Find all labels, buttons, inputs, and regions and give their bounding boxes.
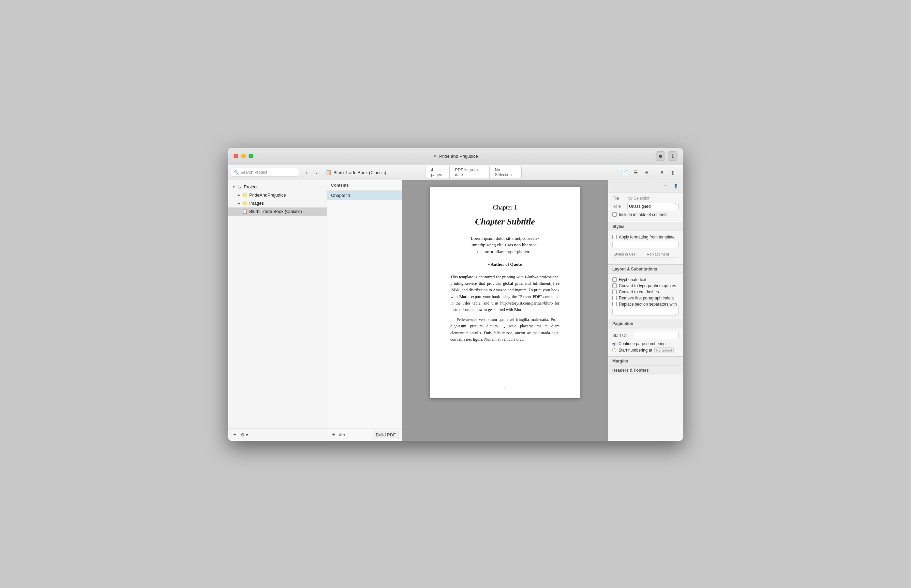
expand-icon-pride: ▶	[236, 192, 242, 198]
minimize-button[interactable]	[241, 153, 246, 158]
status-bar: 4 pages PDF is up-to-date No Selection	[425, 166, 521, 179]
tree-label-pride: PrideAndPrejudice	[249, 192, 286, 197]
chapter-title: Chapter 1	[451, 204, 559, 211]
quote-text: Lorem ipsum dolor sit amet, consecte-tur…	[451, 235, 559, 255]
typo-quotes-label: Convert to typographers quotes	[619, 283, 676, 288]
camera-button[interactable]: ⏺	[656, 151, 665, 161]
info-button[interactable]: ℹ	[668, 151, 678, 161]
pagination-section-header[interactable]: Pagination	[608, 319, 683, 328]
start-on-stepper[interactable]: ⌃⌄	[634, 332, 679, 339]
search-box[interactable]: 🔍 Search Project	[231, 168, 299, 177]
tree-item-blurb[interactable]: 📋 Blurb Trade Book (Classic)	[228, 207, 327, 216]
include-toc-checkbox[interactable]	[612, 212, 617, 216]
styles-in-use-header: Styles in Use	[612, 251, 645, 258]
body-paragraph-1: This template is optimized for printing …	[451, 274, 559, 313]
inspector-doc-button[interactable]: ≡	[657, 168, 666, 177]
inspector-doc-icon[interactable]: ≡	[661, 182, 670, 191]
sidebar: ▾ 🗂 Project ▶ 📁 PrideAndPrejudice ▶ 📁 Im…	[228, 180, 327, 441]
doc-icon-blurb: 📋	[242, 208, 248, 215]
inspector-format-icon[interactable]: ¶	[671, 182, 680, 191]
titlebar: ✦ Pride and Prejudice ⏺ ℹ	[228, 147, 683, 165]
include-toc-label: Include in table of contents	[619, 212, 668, 217]
grid-view-button[interactable]: ⊞	[642, 168, 651, 177]
no-select-mini: No Select	[654, 347, 674, 353]
contents-item-chapter1[interactable]: Chapter 1	[327, 191, 402, 200]
role-label: Role	[612, 204, 625, 209]
main-content: ▾ 🗂 Project ▶ 📁 PrideAndPrejudice ▶ 📁 Im…	[228, 180, 683, 441]
headers-footers-section-header[interactable]: Headers & Footers	[608, 366, 683, 375]
list-view-button[interactable]: ☰	[631, 168, 640, 177]
role-dropdown-arrow: ⌃⌄	[674, 203, 677, 210]
expand-icon-project: ▾	[231, 184, 236, 190]
contents-footer-left: + ⚙ ▾	[330, 431, 346, 439]
tree-item-project[interactable]: ▾ 🗂 Project	[228, 183, 327, 191]
section-sep-row: Replace section separators with	[612, 302, 679, 307]
styles-dropdown[interactable]: ⌃⌄	[612, 241, 679, 248]
tree-item-images[interactable]: ▶ 📁 Images	[228, 199, 327, 207]
start-numbering-label: Start numbering at	[618, 348, 652, 352]
role-select[interactable]: Unassigned ⌃⌄	[627, 203, 679, 210]
toolbar-divider	[654, 168, 654, 177]
document-page: Chapter 1 Chapter Subtitle Lorem ipsum d…	[430, 187, 580, 398]
nav-forward-button[interactable]: ›	[312, 168, 321, 177]
styles-row-2	[612, 259, 679, 261]
window-title: ✦ Pride and Prejudice	[433, 153, 478, 159]
project-tree: ▾ 🗂 Project ▶ 📁 PrideAndPrejudice ▶ 📁 Im…	[228, 180, 327, 428]
contents-header: Contents	[327, 180, 402, 191]
apply-template-row: Apply formatting from template	[612, 235, 679, 239]
section-sep-checkbox[interactable]	[612, 302, 617, 306]
role-row: Role Unassigned ⌃⌄	[612, 203, 679, 210]
inspector-format-button[interactable]: ¶	[668, 168, 678, 177]
layout-section-header[interactable]: Layout & Substitutions	[608, 265, 683, 274]
hyphenate-row: Hyphenate text	[612, 277, 679, 282]
folder-icon-images: 📁	[242, 200, 248, 207]
close-button[interactable]	[233, 153, 238, 158]
status-selection: No Selection	[489, 166, 522, 179]
hyphenate-checkbox[interactable]	[612, 277, 617, 282]
continue-numbering-row: Continue page numbering	[612, 341, 679, 346]
file-row: File No Selection	[612, 196, 679, 201]
role-select-value: Unassigned	[629, 204, 650, 209]
include-toc-row: Include in table of contents	[612, 212, 679, 217]
typo-quotes-checkbox[interactable]	[612, 283, 617, 288]
contents-list: Chapter 1	[327, 191, 402, 428]
margins-section-header[interactable]: Margins	[608, 357, 683, 366]
maximize-button[interactable]	[248, 153, 253, 158]
continue-numbering-radio[interactable]	[612, 342, 616, 346]
section-sep-dropdown-arrow: ⌃⌄	[674, 308, 676, 315]
contents-settings-button[interactable]: ⚙ ▾	[338, 431, 346, 439]
nav-back-button[interactable]: ‹	[302, 168, 311, 177]
build-pdf-button[interactable]: Build PDF	[373, 431, 399, 439]
em-dashes-checkbox[interactable]	[612, 289, 617, 294]
tree-item-prideandprejudice[interactable]: ▶ 📁 PrideAndPrejudice	[228, 191, 327, 199]
traffic-lights	[233, 153, 253, 158]
pagination-section: Start On ⌃⌄ Continue page numbering Star…	[608, 328, 683, 357]
file-role-section: File No Selection Role Unassigned ⌃⌄ Inc…	[608, 192, 683, 222]
contents-add-button[interactable]: +	[330, 431, 338, 439]
styles-section-header[interactable]: Styles	[608, 222, 683, 231]
page-view-button[interactable]: 📄	[620, 168, 629, 177]
contents-panel: Contents Chapter 1 + ⚙ ▾ Build PDF	[327, 180, 402, 441]
app-icon: ✦	[433, 153, 437, 159]
sidebar-settings-button[interactable]: ⚙ ▾	[240, 431, 248, 439]
inspector-toolbar: ≡ ¶	[608, 180, 683, 192]
first-para-checkbox[interactable]	[612, 296, 617, 300]
sidebar-add-button[interactable]: +	[231, 431, 239, 439]
section-sep-label: Replace section separators with	[619, 302, 677, 307]
contents-footer: + ⚙ ▾ Build PDF	[327, 428, 402, 441]
inspector-toggle-buttons: ≡ ¶	[657, 168, 680, 177]
page-number: 1	[430, 386, 580, 391]
section-sep-dropdown[interactable]: ⌃⌄	[612, 308, 679, 315]
expand-icon-images: ▶	[236, 201, 242, 206]
chapter-subtitle: Chapter Subtitle	[451, 216, 559, 227]
quote-author: - Author of Quote	[451, 262, 559, 267]
replacement-header: Replacement	[645, 251, 679, 258]
tree-label-images: Images	[249, 201, 264, 206]
file-value: No Selection	[627, 196, 679, 201]
apply-template-checkbox[interactable]	[612, 235, 617, 239]
em-dashes-label: Convert to em dashes	[619, 289, 659, 294]
toolbar: 🔍 Search Project ‹ › 📋 Blurb Trade Book …	[228, 165, 683, 180]
file-label: File	[612, 196, 625, 201]
start-numbering-row: Start numbering at No Select	[612, 347, 679, 353]
start-numbering-radio[interactable]	[612, 348, 616, 352]
